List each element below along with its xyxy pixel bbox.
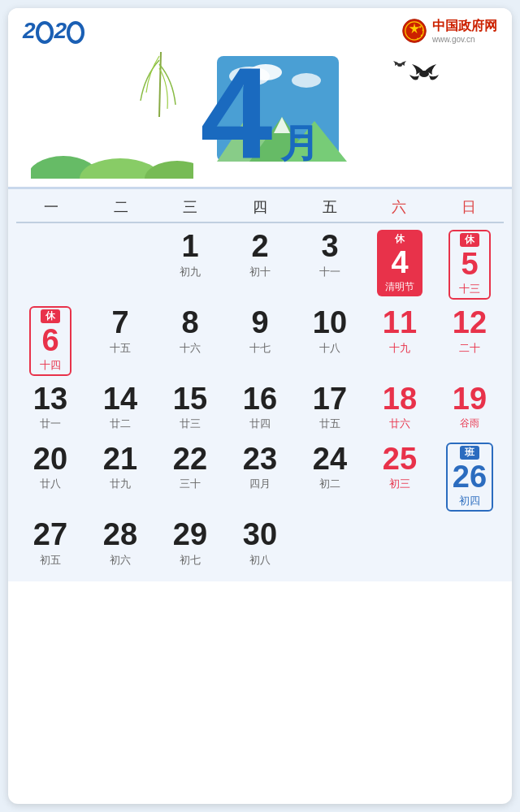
- day-10[interactable]: 10 十八: [296, 304, 364, 378]
- day-number-21: 21: [103, 443, 137, 477]
- holiday-badge-6: 休: [41, 309, 60, 323]
- day-number-3: 3: [321, 230, 338, 264]
- lunar-16: 廿四: [249, 417, 271, 431]
- day-12[interactable]: 12 二十: [436, 304, 504, 378]
- day-empty-1: [16, 228, 84, 301]
- day-empty-end-1: [296, 516, 364, 573]
- day-number-2: 2: [251, 230, 268, 264]
- zero-circle-1: [36, 21, 54, 44]
- calendar-section: 一 二 三 四 五 六 日 1 初九 2 初十 3 十一: [8, 187, 512, 581]
- day-9[interactable]: 9 十七: [226, 304, 294, 378]
- day-14[interactable]: 14 廿二: [86, 381, 154, 438]
- day-15[interactable]: 15 廿三: [156, 381, 224, 438]
- day-13[interactable]: 13 廿一: [16, 381, 84, 438]
- day-number-12: 12: [453, 306, 487, 340]
- lunar-30: 初八: [249, 553, 271, 568]
- holiday-badge-5: 休: [460, 233, 479, 247]
- day-number-22: 22: [173, 443, 207, 477]
- day-number-1: 1: [181, 230, 198, 264]
- swallow-decoration: [384, 60, 448, 104]
- day-23[interactable]: 23 四月: [226, 441, 294, 514]
- day-number-16: 16: [243, 382, 277, 417]
- weekday-header: 一 二 三 四 五 六 日: [16, 189, 504, 223]
- day-number-26: 26: [453, 460, 487, 495]
- day-3[interactable]: 3 十一: [296, 228, 364, 301]
- qingming-cell: 休 4 清明节: [377, 230, 422, 296]
- lunar-28: 初六: [110, 553, 131, 568]
- zero-circle-2: [67, 21, 84, 44]
- day-number-5: 5: [461, 248, 478, 282]
- day-20[interactable]: 20 廿八: [16, 441, 84, 514]
- day-17[interactable]: 17 廿五: [296, 381, 364, 438]
- day-number-17: 17: [313, 382, 347, 417]
- day-empty-end-2: [366, 516, 434, 573]
- day-number-27: 27: [33, 518, 67, 552]
- lunar-21: 廿九: [110, 477, 131, 491]
- gov-title-text: 中国政府网: [432, 18, 497, 35]
- day-number-6: 6: [41, 324, 58, 358]
- lunar-23: 四月: [249, 477, 271, 491]
- gov-text: 中国政府网 www.gov.cn: [432, 18, 497, 44]
- day-1[interactable]: 1 初九: [156, 228, 224, 301]
- red-border-6: 休 6 十四: [29, 306, 72, 376]
- lunar-5: 十三: [459, 282, 480, 296]
- lunar-3: 十一: [319, 265, 340, 279]
- weekday-sat: 六: [365, 197, 435, 217]
- willow-decoration: [128, 52, 193, 136]
- day-25[interactable]: 25 初三: [366, 441, 434, 514]
- day-11[interactable]: 11 十九: [366, 304, 434, 378]
- lunar-13: 廿一: [40, 417, 61, 431]
- lunar-9: 十七: [249, 341, 271, 356]
- red-box-5: 休 5 十三: [448, 230, 491, 300]
- day-number-8: 8: [181, 306, 198, 340]
- lunar-25: 初三: [389, 477, 410, 491]
- willow-icon: [128, 52, 193, 133]
- holiday-badge-4: 休: [395, 232, 405, 246]
- day-21[interactable]: 21 廿九: [86, 441, 154, 514]
- day-28[interactable]: 28 初六: [86, 516, 154, 573]
- day-5[interactable]: 休 5 十三: [436, 228, 504, 301]
- day-number-19: 19: [453, 382, 487, 417]
- svg-point-18: [397, 63, 402, 67]
- day-number-9: 9: [251, 306, 268, 340]
- day-27[interactable]: 27 初五: [16, 516, 84, 573]
- lunar-17: 廿五: [319, 417, 340, 431]
- day-19[interactable]: 19 谷雨: [436, 381, 504, 438]
- day-16[interactable]: 16 廿四: [226, 381, 294, 438]
- day-number-29: 29: [173, 518, 207, 552]
- gov-url-text: www.gov.cn: [432, 35, 475, 44]
- lunar-24: 初二: [319, 477, 340, 491]
- day-30[interactable]: 30 初八: [226, 516, 294, 573]
- lunar-1: 初九: [180, 265, 201, 279]
- day-number-30: 30: [243, 518, 277, 552]
- day-22[interactable]: 22 三十: [156, 441, 224, 514]
- day-6[interactable]: 休 6 十四: [16, 304, 84, 378]
- month-char-text: 月: [280, 118, 319, 170]
- gov-brand: 中国政府网 www.gov.cn: [401, 18, 497, 44]
- festival-name-4: 清明节: [385, 280, 414, 294]
- day-number-4: 4: [391, 246, 408, 280]
- day-18[interactable]: 18 廿六: [366, 381, 434, 438]
- day-24[interactable]: 24 初二: [296, 441, 364, 514]
- month-number-text: 4: [201, 40, 273, 185]
- weekday-wed: 三: [155, 197, 225, 217]
- day-26[interactable]: 班 26 初四: [436, 441, 504, 514]
- lunar-14: 廿二: [110, 417, 131, 431]
- day-number-7: 7: [111, 306, 128, 340]
- swallow-icon: [384, 60, 448, 101]
- day-number-14: 14: [103, 382, 137, 417]
- day-number-18: 18: [383, 382, 417, 417]
- hills-decoration: [31, 134, 193, 182]
- day-number-28: 28: [103, 518, 137, 552]
- day-number-23: 23: [243, 443, 277, 477]
- day-29[interactable]: 29 初七: [156, 516, 224, 573]
- lunar-27: 初五: [40, 553, 61, 568]
- day-8[interactable]: 8 十六: [156, 304, 224, 378]
- lunar-20: 廿八: [40, 477, 61, 491]
- day-2[interactable]: 2 初十: [226, 228, 294, 301]
- header: 22 中国政府网 www.gov.cn: [8, 8, 512, 187]
- day-7[interactable]: 7 十五: [86, 304, 154, 378]
- day-4[interactable]: 休 4 清明节: [366, 228, 434, 301]
- weekday-fri: 五: [295, 197, 365, 217]
- lunar-11: 十九: [389, 341, 410, 356]
